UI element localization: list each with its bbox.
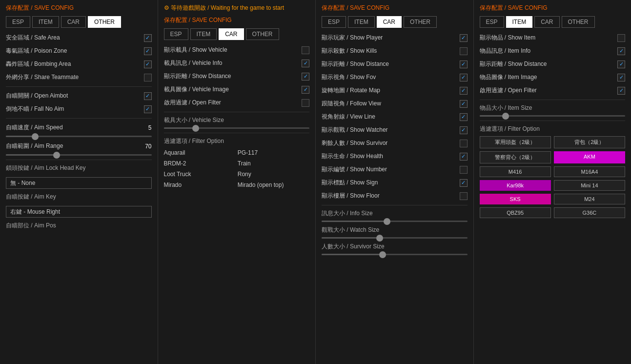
tabs-4: ESP ITEM CAR OTHER bbox=[480, 16, 626, 28]
label-show-health: 顯示生命 / Show Health bbox=[322, 152, 383, 161]
filter-rony: Rony bbox=[238, 170, 309, 179]
tabs-2: ESP ITEM CAR OTHER bbox=[164, 28, 310, 40]
checkbox-follow-view[interactable] bbox=[460, 100, 468, 108]
label-show-player: 顯示玩家 / Show Player bbox=[322, 34, 383, 42]
tab-car-1[interactable]: CAR bbox=[61, 16, 86, 28]
filter-btn-g36c[interactable]: G36C bbox=[554, 207, 625, 218]
slider-thumb-item-size[interactable] bbox=[502, 113, 509, 120]
filter-btn-helmet2[interactable]: 軍用頭盔（2級） bbox=[480, 136, 551, 148]
label-show-vehicle: 顯示載具 / Show Vehicle bbox=[164, 46, 227, 54]
row-aim-range: 自瞄範圍 / Aim Range 70 bbox=[6, 141, 152, 151]
tab-car-4[interactable]: CAR bbox=[534, 16, 559, 28]
checkbox-show-vehicle[interactable] bbox=[302, 46, 309, 54]
checkbox-vehicle-image[interactable] bbox=[302, 86, 309, 94]
checkbox-item-image[interactable] bbox=[617, 74, 625, 81]
slider-thumb-aim-speed[interactable] bbox=[32, 133, 39, 140]
filter-btn-m416[interactable]: M416 bbox=[480, 166, 551, 177]
row-aim-speed: 自瞄速度 / Aim Speed 5 bbox=[6, 122, 152, 133]
panel-3: 保存配置 / SAVE CONFIG ESP ITEM CAR OTHER 顯示… bbox=[316, 0, 474, 364]
tab-esp-3[interactable]: ESP bbox=[322, 16, 346, 28]
tab-other-1[interactable]: OTHER bbox=[88, 16, 121, 28]
label-show-floor: 顯示樓層 / Show Floor bbox=[322, 192, 380, 200]
slider-survivor-size[interactable] bbox=[322, 254, 468, 255]
aim-key-select[interactable]: 右鍵 - Mouse Right bbox=[6, 206, 152, 218]
row-show-sign: 顯示標點 / Show Sign bbox=[322, 178, 468, 188]
checkbox-show-kills[interactable] bbox=[460, 47, 468, 55]
filter-btn-sks[interactable]: SKS bbox=[480, 194, 551, 204]
checkbox-show-sign[interactable] bbox=[460, 179, 468, 187]
row-show-distance-4: 顯示距離 / Show Distance bbox=[480, 59, 626, 69]
slider-aim-speed[interactable] bbox=[6, 136, 152, 137]
row-item-info: 物品訊息 / Item Info bbox=[480, 46, 626, 56]
filter-btn-vest2[interactable]: 警察背心（2級） bbox=[480, 151, 551, 163]
checkbox-show-survivor[interactable] bbox=[460, 140, 468, 147]
save-config-3[interactable]: 保存配置 / SAVE CONFIG bbox=[322, 4, 468, 12]
slider-thumb-info-size[interactable] bbox=[384, 218, 390, 225]
tab-car-2[interactable]: CAR bbox=[219, 28, 244, 40]
slider-vehicle-size[interactable] bbox=[164, 127, 310, 129]
filter-btn-kar98k[interactable]: Kar98k bbox=[480, 180, 551, 191]
save-config-2[interactable]: 保存配置 / SAVE CONFIG bbox=[164, 16, 310, 24]
slider-fill-info-size bbox=[322, 221, 387, 222]
slider-watch-size[interactable] bbox=[322, 237, 468, 239]
tab-esp-1[interactable]: ESP bbox=[6, 16, 30, 28]
filter-btn-akm[interactable]: AKM bbox=[554, 151, 625, 163]
filter-option-label-2: 過濾選項 / Filter Option bbox=[164, 137, 310, 145]
checkbox-show-watcher[interactable] bbox=[460, 126, 468, 134]
tab-item-4[interactable]: ITEM bbox=[506, 16, 533, 28]
checkbox-safe-area[interactable] bbox=[144, 34, 152, 42]
filter-btn-m16a4[interactable]: M16A4 bbox=[554, 166, 625, 177]
slider-track-vehicle-size bbox=[164, 127, 310, 129]
tab-other-2[interactable]: OTHER bbox=[246, 28, 279, 40]
save-config-1[interactable]: 保存配置 / SAVE CONFIG bbox=[6, 4, 152, 12]
checkbox-vehicle-info[interactable] bbox=[302, 60, 309, 67]
save-config-link-4[interactable]: 保存配置 / SAVE CONFIG bbox=[480, 4, 548, 11]
checkbox-show-fov[interactable] bbox=[460, 74, 468, 81]
filter-btn-qbz95[interactable]: QBZ95 bbox=[480, 207, 551, 218]
tab-car-3[interactable]: CAR bbox=[377, 16, 402, 28]
save-config-link-2[interactable]: 保存配置 / SAVE CONFIG bbox=[164, 17, 232, 23]
checkbox-show-floor[interactable] bbox=[460, 192, 468, 200]
checkbox-rotate-map[interactable] bbox=[460, 87, 468, 95]
filter-btn-backpack2[interactable]: 背包（2級） bbox=[554, 136, 625, 148]
slider-info-size[interactable] bbox=[322, 221, 468, 222]
aim-lock-select[interactable]: 無 - None bbox=[6, 177, 152, 189]
checkbox-show-distance-3[interactable] bbox=[460, 61, 468, 68]
checkbox-bombing-area[interactable] bbox=[144, 61, 152, 68]
slider-aim-range[interactable] bbox=[6, 154, 152, 156]
tab-other-3[interactable]: OTHER bbox=[404, 16, 437, 28]
filter-btn-m24[interactable]: M24 bbox=[554, 194, 625, 204]
slider-thumb-aim-range[interactable] bbox=[53, 152, 60, 159]
save-config-link-1[interactable]: 保存配置 / SAVE CONFIG bbox=[6, 4, 74, 11]
divider-1b bbox=[6, 118, 152, 119]
tab-item-2[interactable]: ITEM bbox=[190, 28, 217, 40]
label-vehicle-info: 載具訊息 / Vehicle Info bbox=[164, 59, 223, 67]
checkbox-show-number[interactable] bbox=[460, 166, 468, 174]
checkbox-open-aimbot[interactable] bbox=[144, 92, 152, 100]
save-config-4[interactable]: 保存配置 / SAVE CONFIG bbox=[480, 4, 626, 12]
tab-esp-2[interactable]: ESP bbox=[164, 28, 188, 40]
slider-thumb-watch-size[interactable] bbox=[376, 235, 383, 242]
tab-item-1[interactable]: ITEM bbox=[32, 16, 59, 28]
checkbox-show-player[interactable] bbox=[460, 34, 468, 42]
save-config-link-3[interactable]: 保存配置 / SAVE CONFIG bbox=[322, 4, 389, 11]
checkbox-open-filter-2[interactable] bbox=[302, 99, 309, 107]
checkbox-poison-zone[interactable] bbox=[144, 47, 152, 55]
tab-esp-4[interactable]: ESP bbox=[480, 16, 504, 28]
checkbox-view-line[interactable] bbox=[460, 113, 468, 121]
checkbox-open-filter-4[interactable] bbox=[617, 87, 625, 95]
checkbox-share-teammate[interactable] bbox=[144, 74, 152, 81]
slider-thumb-vehicle-size[interactable] bbox=[192, 125, 199, 132]
checkbox-item-info[interactable] bbox=[617, 47, 625, 55]
checkbox-fall-no-aim[interactable] bbox=[144, 105, 152, 113]
aim-pos-label: 自瞄部位 / Aim Pos bbox=[6, 222, 152, 230]
slider-item-size[interactable] bbox=[480, 115, 626, 117]
tab-other-4[interactable]: OTHER bbox=[562, 16, 595, 28]
filter-btn-mini14[interactable]: Mini 14 bbox=[554, 180, 625, 191]
checkbox-show-distance-4[interactable] bbox=[617, 61, 625, 68]
checkbox-show-health[interactable] bbox=[460, 153, 468, 161]
checkbox-show-distance-2[interactable] bbox=[302, 73, 309, 81]
tab-item-3[interactable]: ITEM bbox=[348, 16, 375, 28]
slider-thumb-survivor-size[interactable] bbox=[379, 251, 386, 258]
checkbox-show-item[interactable] bbox=[617, 34, 625, 42]
